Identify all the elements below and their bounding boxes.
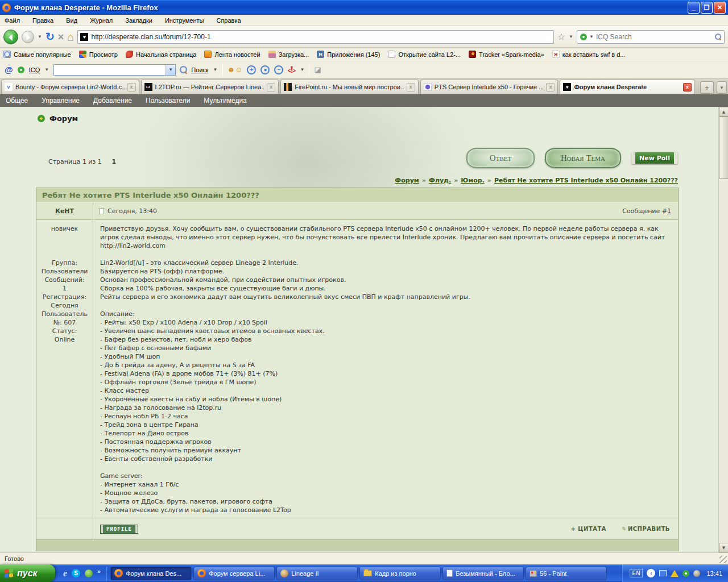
new-poll-button[interactable]: New Poll [631, 152, 678, 164]
maximize-button[interactable]: ❐ [701, 2, 713, 14]
tab-close-icon[interactable]: x [546, 83, 555, 92]
bookmark-dropdown-icon[interactable]: ▼ [569, 34, 573, 39]
icq-at-icon[interactable]: @ [5, 65, 13, 74]
breadcrumb-topic[interactable]: Ребят Не хотите PTS Interlude x50 Онлайн… [494, 177, 678, 184]
scroll-down-icon[interactable]: ▼ [719, 543, 728, 552]
new-tab-button[interactable]: + [700, 81, 714, 94]
taskbar-item-folder[interactable]: Кадр из порно [359, 567, 441, 580]
tab-l2top[interactable]: L2 L2TOP.ru — Рейтинг Серверов Linea... … [141, 80, 279, 94]
icq-tray-icon[interactable] [682, 570, 689, 577]
bookmark-item[interactable]: Загрузка... [268, 51, 309, 58]
message-number-link[interactable]: 1 [667, 207, 671, 215]
menu-file[interactable]: Файл [5, 17, 20, 24]
bookmark-item[interactable]: Самые популярные [3, 51, 71, 58]
scrollbar-thumb[interactable] [719, 117, 728, 179]
breadcrumb-flood[interactable]: Флуд. [429, 177, 451, 184]
admin-management[interactable]: Управление [42, 97, 80, 105]
icq-contacts-icon[interactable]: ☻☺ [228, 65, 243, 74]
taskbar-item-desperate[interactable]: Форум клана Des... [110, 567, 192, 580]
warning-tray-icon[interactable] [671, 570, 679, 577]
green-app-icon[interactable] [85, 569, 93, 577]
tab-bounty[interactable]: V Bounty - Форум сервера Lin2-World.c...… [1, 80, 139, 94]
icq-search-button[interactable]: Поиск [191, 66, 208, 73]
scroll-up-icon[interactable]: ▲ [719, 107, 728, 117]
back-button[interactable] [3, 30, 18, 44]
menu-history[interactable]: Журнал [90, 17, 113, 24]
tab-firepoint[interactable]: FirePoint.ru - Мы новый мир построи... x [280, 80, 419, 94]
close-button[interactable]: ✕ [714, 2, 726, 14]
zoom-in-icon[interactable]: + [247, 65, 256, 74]
tab-close-icon[interactable]: x [127, 83, 136, 92]
taskbar-item-lineage2[interactable]: Lineage II [276, 567, 358, 580]
new-topic-button[interactable]: Новая Тема [545, 148, 621, 168]
minimize-button[interactable]: _ [688, 2, 700, 14]
tab-close-icon[interactable]: x [683, 83, 692, 92]
quote-button[interactable]: + ЦИТАТА [570, 526, 606, 532]
author-link[interactable]: КеНТ [55, 207, 74, 215]
skype-icon[interactable]: S [72, 569, 80, 577]
search-box[interactable]: ▼ [577, 30, 725, 44]
menu-tools[interactable]: Инструменты [165, 17, 204, 24]
tab-pts-server[interactable]: PTS Сервер Interlude x50 - Горячие ... x [420, 80, 559, 94]
admin-adding[interactable]: Добавление [93, 97, 132, 105]
search-engine-dropdown-icon[interactable]: ▼ [589, 34, 594, 39]
resize-grip[interactable] [719, 556, 727, 563]
bookmark-item[interactable]: Tracker «Spark-media» [469, 51, 544, 58]
history-dropdown-icon[interactable]: ▼ [38, 34, 42, 39]
tab-desperate-active[interactable]: ♥ Форум клана Desperate x [560, 80, 695, 94]
admin-multimedia[interactable]: Мультимедиа [204, 97, 246, 105]
search-magnifier-icon[interactable] [715, 34, 721, 40]
bookmark-item[interactable]: Якак вставить swf в d... [552, 51, 626, 58]
tray-collapse-icon[interactable]: ‹ [647, 569, 655, 577]
bookmark-item[interactable]: Открытие сайта L2-... [388, 51, 461, 58]
tab-close-icon[interactable]: x [407, 83, 415, 92]
taskbar-item-paint[interactable]: 56 - Paint [526, 567, 607, 580]
admin-users[interactable]: Пользователи [146, 97, 190, 105]
url-bar[interactable]: ♥ [77, 30, 553, 44]
zoom-out-icon[interactable]: − [274, 65, 283, 74]
menu-help[interactable]: Справка [216, 17, 241, 24]
forward-button[interactable] [22, 31, 34, 43]
zoom-reset-icon[interactable]: ● [260, 65, 270, 74]
display-tray-icon[interactable] [659, 570, 667, 576]
breadcrumb-forum[interactable]: Форум [395, 177, 419, 184]
vertical-scrollbar[interactable]: ▲ ▼ [718, 107, 728, 552]
home-icon[interactable]: ⌂ [67, 31, 74, 43]
bookmark-item[interactable]: Начальная страница [126, 51, 196, 58]
icq-search-combobox[interactable]: ▼ [53, 64, 176, 76]
admin-common[interactable]: Общее [6, 97, 28, 105]
icq-search-dropdown-icon[interactable]: ▼ [213, 67, 218, 72]
games-joystick-icon[interactable]: 🕹 [288, 65, 295, 74]
webcam-tray-icon[interactable] [693, 570, 700, 577]
list-all-tabs-icon[interactable]: ▼ [717, 81, 727, 94]
stop-icon[interactable]: × [58, 32, 64, 42]
taskbar-item-lin2world-forum[interactable]: Форум сервера Li... [193, 567, 275, 580]
language-indicator[interactable]: EN [630, 569, 643, 577]
icq-menu[interactable]: ICQ [29, 66, 40, 73]
bookmark-item[interactable]: BПриложения (145) [317, 51, 380, 58]
profile-button[interactable]: PROFILE [100, 525, 138, 534]
games-dropdown-icon[interactable]: ▼ [300, 67, 304, 72]
reload-icon[interactable]: ↻ [46, 31, 55, 42]
post-permalink-icon[interactable] [99, 208, 104, 214]
eraser-icon[interactable]: ◪ [314, 65, 321, 74]
combo-dropdown-icon[interactable]: ▼ [166, 65, 175, 75]
bookmark-star-icon[interactable]: ☆ [557, 32, 565, 41]
menu-bookmarks[interactable]: Закладки [125, 17, 152, 24]
menu-edit[interactable]: Правка [32, 17, 53, 24]
edit-button[interactable]: ✎ИСПРАВИТЬ [621, 526, 670, 532]
search-input[interactable] [596, 33, 713, 41]
bookmark-item[interactable]: Просмотр [79, 51, 118, 58]
reply-button[interactable]: Ответ [466, 148, 535, 168]
breadcrumb-humor[interactable]: Юмор. [461, 177, 485, 184]
start-button[interactable]: пуск [0, 564, 55, 582]
internet-explorer-icon[interactable]: e [63, 568, 67, 579]
tab-close-icon[interactable]: x [267, 83, 275, 92]
url-input[interactable] [91, 33, 551, 41]
menu-view[interactable]: Вид [66, 17, 77, 24]
quick-launch-overflow-icon[interactable]: » [97, 568, 101, 575]
icq-dropdown-icon[interactable]: ▼ [44, 67, 49, 72]
taskbar-item-notepad[interactable]: Безымянный - Бло... [442, 567, 524, 580]
bookmark-item[interactable]: Лента новостей [204, 51, 260, 58]
page-number-link[interactable]: 1 [111, 158, 116, 165]
